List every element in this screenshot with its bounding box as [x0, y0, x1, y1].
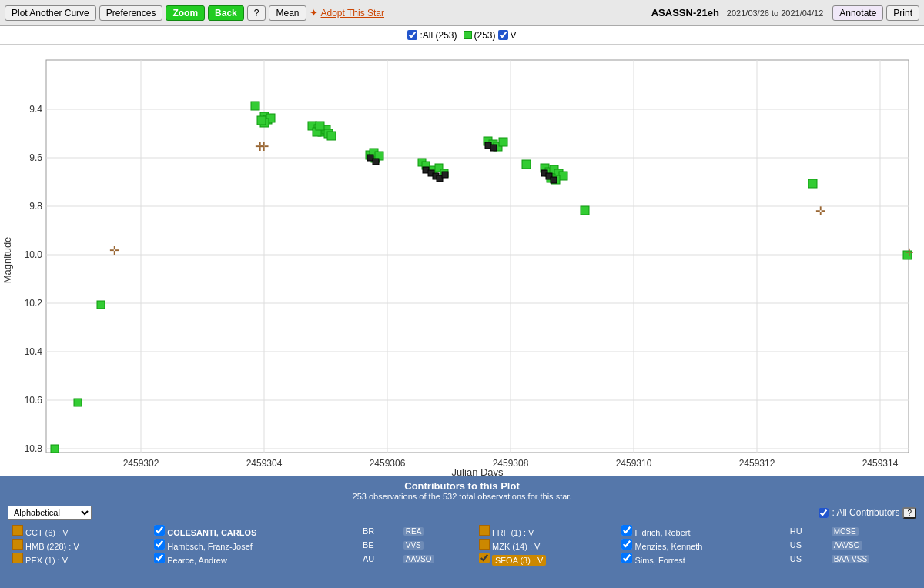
- svg-text:2459314: 2459314: [862, 458, 899, 469]
- date-range: 2021/03/26 to 2021/04/12: [727, 8, 823, 18]
- svg-rect-72: [499, 138, 507, 146]
- sort-row: Alphabetical By Observations : All Contr…: [8, 506, 916, 520]
- table-row: CCT (6) : V COLESANTI, CARLOS BR REA FRF…: [8, 524, 916, 538]
- svg-rect-37: [251, 102, 259, 110]
- contrib-org: REA: [397, 524, 474, 538]
- adopt-star-link[interactable]: Adopt This Star: [321, 8, 385, 18]
- contrib-orange-box: [12, 539, 23, 550]
- help-button[interactable]: ?: [247, 5, 266, 21]
- contrib-name: Fidrich, Robert: [634, 528, 690, 537]
- contrib-sfoa-label: SFOA (3) : V: [492, 555, 546, 566]
- svg-text:2459312: 2459312: [739, 458, 775, 469]
- all-contributors-label: : All Contributors: [832, 507, 899, 518]
- contrib-checkbox[interactable]: [154, 553, 165, 563]
- svg-text:2459304: 2459304: [246, 458, 283, 469]
- contrib-name: COLESANTI, CARLOS: [167, 528, 256, 537]
- contrib-cell: Fidrich, Robert: [617, 524, 785, 538]
- all-contributors-row: : All Contributors ?: [819, 507, 916, 519]
- svg-rect-36: [97, 301, 105, 309]
- all-contributors-help[interactable]: ?: [902, 507, 916, 519]
- svg-text:✛: ✛: [259, 140, 269, 153]
- svg-text:✛: ✛: [109, 244, 119, 257]
- contributors-table: CCT (6) : V COLESANTI, CARLOS BR REA FRF…: [8, 524, 916, 566]
- svg-text:2459306: 2459306: [370, 458, 406, 469]
- contrib-org: AAVSO: [825, 538, 916, 552]
- chart-svg: 9.4 9.6 9.8 10.0 10.2 10.4 10.6 10.8 245…: [0, 45, 924, 476]
- plot-another-curve-button[interactable]: Plot Another Curve: [5, 5, 96, 21]
- svg-text:2459310: 2459310: [616, 458, 652, 469]
- contrib-orange-box: [12, 553, 23, 563]
- contrib-label: HMB (228) : V: [25, 542, 79, 551]
- mean-button[interactable]: Mean: [269, 5, 306, 21]
- contrib-cell: Pearce, Andrew: [149, 552, 358, 566]
- contrib-name: Sims, Forrest: [634, 556, 685, 565]
- svg-text:10.2: 10.2: [25, 298, 43, 309]
- contrib-org: MCSE: [825, 524, 916, 538]
- contrib-sfoa-checkbox[interactable]: [479, 553, 490, 563]
- svg-rect-75: [522, 160, 531, 169]
- contrib-name: Pearce, Andrew: [167, 556, 227, 565]
- all-checkbox[interactable]: [407, 30, 417, 40]
- zoom-button[interactable]: Zoom: [166, 5, 205, 21]
- contrib-cell: MZK (14) : V: [474, 538, 617, 552]
- contrib-checkbox[interactable]: [621, 525, 632, 536]
- svg-rect-51: [327, 132, 336, 140]
- contrib-cell: COLESANTI, CARLOS: [149, 524, 358, 538]
- contributors-title: Contributors to this Plot: [8, 480, 916, 492]
- v-filter: (253) V: [464, 30, 517, 41]
- contrib-org: AAVSO: [397, 552, 474, 566]
- sort-select[interactable]: Alphabetical By Observations: [8, 506, 92, 520]
- contrib-cell: SFOA (3) : V: [474, 552, 617, 566]
- contrib-label: PEX (1) : V: [25, 556, 68, 565]
- back-button[interactable]: Back: [208, 5, 244, 21]
- print-button[interactable]: Print: [886, 5, 919, 21]
- svg-text:9.8: 9.8: [29, 201, 42, 212]
- svg-rect-74: [490, 145, 497, 151]
- svg-rect-58: [373, 159, 379, 165]
- contrib-label: CCT (6) : V: [25, 528, 68, 537]
- svg-text:10.4: 10.4: [25, 346, 43, 357]
- svg-text:10.8: 10.8: [25, 443, 43, 454]
- contrib-cell: Menzies, Kenneth: [617, 538, 785, 552]
- contrib-cell: FRF (1) : V: [474, 524, 617, 538]
- v-checkbox[interactable]: [498, 30, 508, 40]
- svg-text:Julian Days: Julian Days: [451, 466, 504, 476]
- contrib-cell: Sims, Forrest: [617, 552, 785, 566]
- preferences-button[interactable]: Preferences: [99, 5, 163, 21]
- contrib-org: VVS: [397, 538, 474, 552]
- contrib-checkbox[interactable]: [154, 539, 165, 550]
- svg-rect-68: [442, 172, 448, 178]
- svg-rect-33: [74, 399, 82, 406]
- contrib-checkbox[interactable]: [621, 553, 632, 563]
- contrib-orange-box: [12, 525, 23, 536]
- contrib-country: US: [785, 538, 825, 552]
- contrib-cell: CCT (6) : V: [8, 524, 149, 538]
- contrib-label: MZK (14) : V: [492, 542, 540, 551]
- contrib-checkbox[interactable]: [621, 539, 632, 550]
- annotate-button[interactable]: Annotate: [832, 5, 883, 21]
- svg-text:✛: ✛: [815, 205, 825, 218]
- contrib-country: US: [785, 552, 825, 566]
- adopt-star-icon: ✦: [310, 7, 318, 18]
- contrib-orange-box: [479, 539, 490, 550]
- svg-rect-87: [808, 179, 817, 188]
- v-count: (253): [474, 30, 496, 41]
- contrib-orange-box: [479, 525, 490, 536]
- svg-rect-80: [559, 172, 567, 180]
- contrib-name: Menzies, Kenneth: [634, 542, 702, 551]
- svg-rect-86: [581, 206, 589, 215]
- contrib-country: HU: [785, 524, 825, 538]
- all-contributors-checkbox[interactable]: [819, 508, 829, 518]
- svg-rect-0: [46, 60, 909, 453]
- contrib-country: BE: [358, 538, 397, 552]
- contributors-subtitle: 253 observations of the 532 total observ…: [8, 492, 916, 501]
- contrib-cell: Hambsch, Franz-Josef: [149, 538, 358, 552]
- svg-rect-52: [316, 122, 324, 130]
- contrib-checkbox[interactable]: [154, 525, 165, 536]
- toolbar: Plot Another Curve Preferences Zoom Back…: [0, 0, 924, 26]
- v-label: V: [511, 30, 517, 41]
- svg-rect-42: [257, 116, 266, 125]
- table-row: HMB (228) : V Hambsch, Franz-Josef BE VV…: [8, 538, 916, 552]
- table-row: PEX (1) : V Pearce, Andrew AU AAVSO SFOA…: [8, 552, 916, 566]
- svg-text:✛: ✛: [905, 246, 914, 259]
